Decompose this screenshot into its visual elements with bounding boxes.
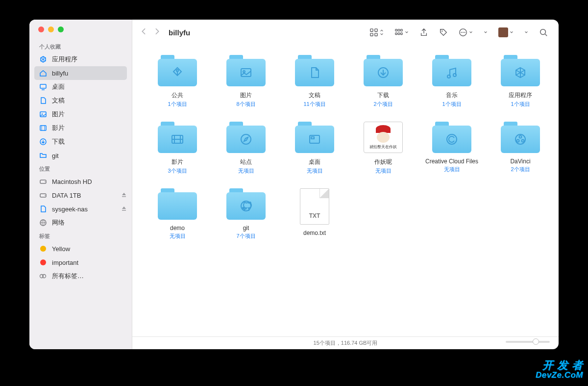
avatar-icon [498, 27, 508, 37]
item-subtitle: 2个项目 [511, 166, 530, 173]
svg-rect-18 [401, 29, 403, 31]
maximize-button[interactable] [58, 26, 64, 32]
file-item[interactable]: 文稿11个项目 [280, 55, 349, 108]
sidebar-item-sysgeek-nas[interactable]: sysgeek-nas [29, 202, 132, 216]
item-subtitle: 8个项目 [236, 101, 255, 108]
sidebar-item-网络[interactable]: 网络 [29, 216, 132, 230]
svg-rect-14 [370, 33, 373, 36]
svg-point-41 [517, 140, 519, 142]
sidebar-item-下载[interactable]: 下载 [29, 135, 132, 149]
sidebar-item-DATA 1TB[interactable]: DATA 1TB [29, 188, 132, 202]
file-item[interactable]: 就怕整天在作妖作妖呢无项目 [349, 122, 417, 175]
svg-rect-15 [375, 33, 377, 36]
doc-icon [39, 205, 47, 213]
svg-point-22 [441, 30, 442, 31]
folder-icon [501, 55, 540, 86]
share-button[interactable] [416, 28, 431, 37]
sidebar-item-label: important [52, 259, 78, 266]
sidebar-item-所有标签…[interactable]: 所有标签… [29, 269, 132, 283]
file-item[interactable]: 桌面无项目 [280, 122, 349, 175]
sidebar-item-label: 下载 [52, 137, 65, 146]
item-name: 下载 [377, 91, 389, 100]
doc-icon [39, 97, 47, 104]
sidebar-item-应用程序[interactable]: 应用程序 [29, 52, 132, 66]
file-item[interactable]: 站点无项目 [212, 122, 280, 175]
movie-icon [39, 124, 47, 132]
view-icons-button[interactable] [367, 28, 387, 37]
file-item[interactable]: Creative Cloud Files无项目 [417, 122, 486, 175]
group-by-button[interactable] [392, 28, 412, 37]
alltags-icon [39, 272, 47, 280]
sidebar-item-Yellow[interactable]: Yellow [29, 242, 132, 256]
action-menu-button[interactable] [456, 28, 476, 37]
zoom-slider[interactable] [506, 341, 550, 343]
item-subtitle: 7个项目 [236, 232, 255, 240]
home-icon [39, 69, 47, 77]
file-item[interactable]: demo无项目 [143, 188, 212, 240]
nav-forward-button[interactable] [154, 28, 161, 37]
minimize-button[interactable] [48, 26, 54, 32]
svg-point-26 [465, 32, 466, 33]
sidebar-item-label: git [52, 152, 59, 159]
sidebar-item-important[interactable]: important [29, 256, 132, 269]
zoom-knob[interactable] [533, 338, 539, 345]
sidebar-item-label: sysgeek-nas [52, 206, 88, 213]
main-area: billyfu [132, 20, 559, 349]
sidebar-item-billyfu[interactable]: billyfu [34, 66, 127, 80]
account-button[interactable] [495, 27, 516, 37]
disk-icon [39, 191, 47, 199]
search-button[interactable] [536, 28, 551, 37]
svg-point-30 [243, 71, 245, 73]
file-item[interactable]: DaVinci2个项目 [486, 122, 555, 175]
sidebar-item-git[interactable]: git [29, 149, 132, 162]
item-subtitle: 无项目 [238, 167, 254, 175]
sidebar-item-图片[interactable]: 图片 [29, 107, 132, 121]
file-item[interactable]: git7个项目 [212, 188, 280, 240]
item-subtitle: 无项目 [170, 232, 186, 240]
txt-file-icon: TXT [300, 188, 329, 225]
item-name: demo [170, 225, 185, 232]
disk-icon [39, 178, 47, 185]
sidebar-item-文稿[interactable]: 文稿 [29, 94, 132, 107]
item-name: 站点 [240, 158, 252, 166]
item-name: 应用程序 [509, 91, 532, 100]
dropdown-1[interactable] [481, 28, 490, 36]
nav-back-button[interactable] [140, 28, 147, 37]
item-name: git [243, 225, 249, 232]
globe-icon [39, 219, 47, 227]
item-subtitle: 无项目 [444, 166, 460, 173]
sidebar-item-桌面[interactable]: 桌面 [29, 80, 132, 94]
file-item[interactable]: 应用程序1个项目 [486, 55, 555, 108]
item-subtitle: 2个项目 [373, 101, 392, 108]
folder-icon [158, 122, 197, 153]
item-name: 文稿 [309, 91, 320, 100]
svg-point-2 [42, 113, 43, 114]
file-item[interactable]: 图片8个项目 [212, 55, 280, 108]
folder-icon [158, 55, 197, 86]
file-item[interactable]: 下载2个项目 [349, 55, 417, 108]
svg-rect-3 [40, 126, 46, 130]
file-item[interactable]: 影片3个项目 [143, 122, 212, 175]
desktop-icon [39, 83, 47, 91]
eject-icon[interactable] [121, 192, 127, 199]
status-text: 15个项目，116.74 GB可用 [314, 339, 378, 347]
picture-icon [39, 110, 47, 118]
folder-icon [432, 122, 471, 153]
item-name: 公共 [172, 91, 183, 100]
eject-icon[interactable] [121, 206, 127, 213]
folder-icon [364, 55, 403, 86]
sidebar-item-影片[interactable]: 影片 [29, 121, 132, 135]
tag-button[interactable] [436, 28, 451, 37]
svg-point-6 [45, 181, 46, 182]
close-button[interactable] [38, 26, 44, 32]
file-item[interactable]: 音乐1个项目 [417, 55, 486, 108]
sidebar-item-label: 应用程序 [52, 55, 77, 64]
watermark-line1: 开 发 者 [536, 360, 583, 371]
dropdown-2[interactable] [521, 28, 531, 36]
item-subtitle: 1个项目 [511, 101, 530, 108]
sidebar-item-Macintosh HD[interactable]: Macintosh HD [29, 175, 132, 188]
file-item[interactable]: TXTdemo.txt [280, 188, 349, 240]
svg-rect-16 [395, 29, 397, 31]
file-item[interactable]: 公共1个项目 [143, 55, 212, 108]
tag-icon [39, 258, 47, 266]
